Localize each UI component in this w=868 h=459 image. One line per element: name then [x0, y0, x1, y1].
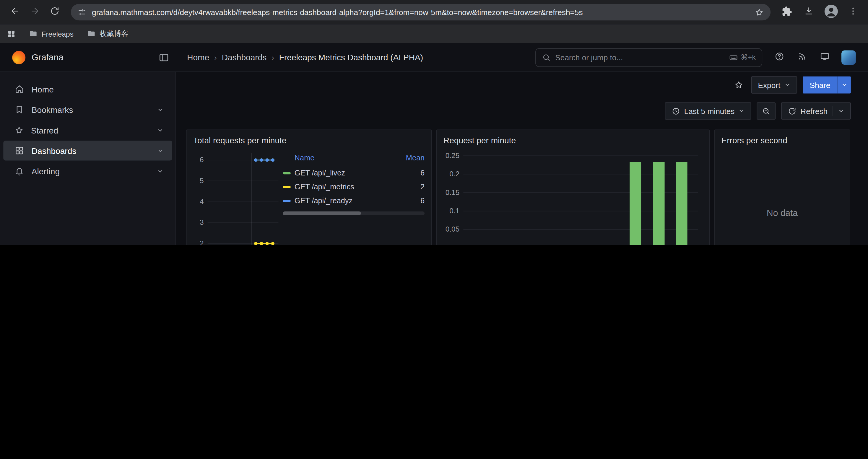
scrollbar-thumb[interactable]	[283, 211, 361, 215]
share-menu-button[interactable]	[838, 76, 851, 94]
svg-text:2: 2	[200, 239, 204, 245]
help-button[interactable]	[770, 48, 789, 67]
refresh-label: Refresh	[800, 107, 828, 116]
chevron-down-icon	[784, 82, 790, 88]
legend-row[interactable]: GET /api/_livez6	[283, 166, 425, 180]
forward-button[interactable]	[25, 3, 44, 22]
legend-row[interactable]: GET /api/_metrics2	[283, 180, 425, 194]
grid-icon	[14, 145, 25, 156]
chevron-down-icon[interactable]	[157, 127, 163, 133]
shortcut-label: ⌘+k	[741, 53, 756, 61]
user-avatar[interactable]	[841, 50, 856, 65]
chevron-down-icon[interactable]	[157, 168, 163, 174]
kebab-menu-icon	[848, 6, 858, 18]
downloads-button[interactable]	[800, 3, 818, 22]
header-icons	[770, 48, 856, 67]
sidebar-item-label: Starred	[31, 125, 58, 135]
help-icon	[774, 51, 784, 63]
sidebar-toggle-icon[interactable]	[158, 52, 169, 63]
bookmark-star-icon[interactable]	[754, 7, 764, 17]
legend-table: NameMeanGET /api/_livez6GET /api/_metric…	[283, 154, 425, 245]
svg-text:5: 5	[200, 177, 204, 185]
panel-request-per-minute: Request per minute 0.250.20.150.10.05017…	[436, 129, 710, 245]
breadcrumb-item[interactable]: Dashboards	[222, 53, 267, 62]
profile-button[interactable]	[822, 3, 840, 22]
share-button[interactable]: Share	[802, 76, 838, 94]
zoom-out-button[interactable]	[756, 102, 776, 120]
chevron-down-icon	[838, 108, 844, 114]
news-button[interactable]	[793, 48, 812, 67]
keyboard-icon	[729, 53, 738, 62]
back-button[interactable]	[6, 3, 25, 22]
back-icon	[10, 6, 20, 18]
sidebar-nav: HomeBookmarksStarredDashboardsAlerting	[0, 72, 176, 245]
legend-column-header[interactable]: Name	[294, 154, 394, 162]
bookmark-item[interactable]: Freeleaps	[25, 28, 78, 40]
refresh-button-group[interactable]: Refresh	[781, 102, 851, 120]
bookmark-label: 收藏博客	[99, 29, 128, 39]
export-button[interactable]: Export	[751, 76, 797, 94]
sidebar-item-alerting[interactable]: Alerting	[3, 161, 172, 181]
bookmark-icon	[14, 104, 25, 114]
legend-column-header[interactable]: Mean	[394, 154, 425, 162]
grafana-logo[interactable]	[12, 51, 25, 64]
rss-icon	[797, 51, 807, 63]
search-icon	[542, 53, 551, 62]
bar-chart[interactable]: 0.250.20.150.10.05017:37:0017:38:0017:39…	[443, 147, 703, 245]
download-icon	[804, 6, 814, 18]
sidebar-item-starred[interactable]: Starred	[3, 120, 172, 140]
sidebar-item-bookmarks[interactable]: Bookmarks	[3, 100, 172, 119]
monitor-icon	[820, 51, 830, 63]
svg-text:0.25: 0.25	[445, 152, 459, 160]
chevron-down-icon[interactable]	[157, 147, 163, 154]
timeseries-chart[interactable]: 6543217:40	[193, 147, 283, 245]
bookmarks-bar: Freeleaps收藏博客	[0, 24, 868, 43]
svg-text:0.2: 0.2	[450, 170, 459, 178]
search-box[interactable]: ⌘+k	[535, 48, 762, 67]
sidebar-item-home[interactable]: Home	[3, 79, 172, 99]
reload-icon	[50, 6, 60, 18]
time-controls: Last 5 minutes Refresh	[176, 94, 868, 120]
panel-title[interactable]: Request per minute	[443, 133, 703, 147]
browser-menu-button[interactable]	[844, 3, 863, 22]
panel-body: 6543217:40 NameMeanGET /api/_livez6GET /…	[193, 147, 425, 245]
home-icon	[14, 84, 25, 94]
breadcrumb-item[interactable]: Home	[187, 53, 209, 62]
panel-total-requests-per-minute: Total requests per minute 6543217:40 Nam…	[186, 129, 432, 245]
tv-mode-button[interactable]	[815, 48, 834, 67]
folder-icon	[87, 29, 96, 38]
chevron-down-icon	[738, 108, 745, 114]
grafana-body: HomeBookmarksStarredDashboardsAlerting E…	[0, 72, 868, 245]
svg-text:3: 3	[200, 218, 204, 226]
star-icon	[14, 125, 24, 135]
svg-text:4: 4	[200, 198, 204, 205]
panel-title[interactable]: Total requests per minute	[193, 133, 425, 147]
bookmark-item[interactable]: 收藏博客	[83, 27, 132, 40]
apps-grid-icon[interactable]	[6, 29, 16, 38]
breadcrumb-separator: ›	[214, 53, 217, 62]
sidebar-item-label: Bookmarks	[32, 105, 73, 114]
legend-row[interactable]: GET /api/_readyz6	[283, 194, 425, 208]
favorite-dashboard-button[interactable]	[732, 78, 746, 92]
legend-series-name: GET /api/_metrics	[294, 183, 394, 191]
extensions-button[interactable]	[777, 3, 796, 22]
button-divider	[833, 106, 833, 116]
legend-scrollbar[interactable]	[283, 211, 425, 215]
svg-text:6: 6	[200, 156, 204, 164]
search-input[interactable]	[555, 53, 724, 62]
series-color-dash	[283, 199, 290, 201]
sidebar-item-dashboards[interactable]: Dashboards	[3, 140, 172, 160]
legend-series-name: GET /api/_livez	[294, 169, 394, 177]
url-text[interactable]: grafana.mathmast.com/d/deytv4rwavabkb/fr…	[92, 8, 749, 17]
folder-icon	[29, 29, 37, 38]
extensions-icon	[781, 6, 792, 19]
time-range-picker[interactable]: Last 5 minutes	[665, 102, 751, 120]
url-bar[interactable]: grafana.mathmast.com/d/deytv4rwavabkb/fr…	[71, 4, 771, 21]
sidebar-item-label: Alerting	[32, 166, 60, 176]
site-controls-icon[interactable]	[78, 8, 86, 17]
chevron-down-icon[interactable]	[157, 107, 163, 113]
series-color-dash	[283, 172, 290, 174]
panel-title[interactable]: Errors per second	[721, 133, 843, 147]
legend-value: 2	[394, 183, 425, 191]
reload-button[interactable]	[45, 3, 64, 22]
